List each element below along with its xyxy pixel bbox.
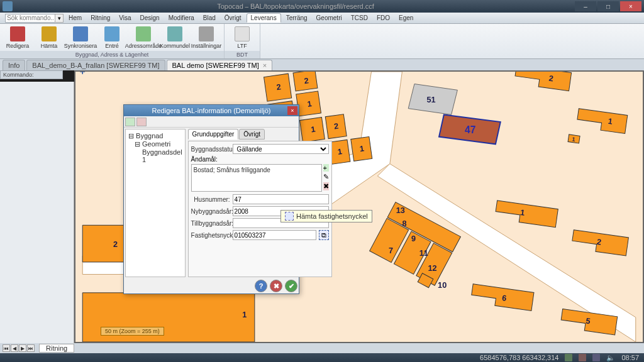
nav-last[interactable]: ⏭ — [27, 344, 35, 352]
svg-text:7: 7 — [389, 246, 393, 255]
svg-text:9: 9 — [411, 234, 416, 243]
status-icon-1[interactable] — [565, 354, 572, 361]
svg-text:2: 2 — [113, 240, 118, 249]
menu-hem[interactable]: Hem — [65, 14, 86, 22]
ribbon-group2-label: BDT — [225, 51, 260, 58]
tab-grunduppgifter[interactable]: Grunduppgifter — [188, 129, 239, 140]
label-nybygg: Nybyggnadsår: — [191, 208, 230, 215]
tab-bal-demo[interactable]: BAL demo [SWEREF99 TM]× — [167, 60, 273, 70]
ribbon-group-label: Byggnad, Adress & Lägenhet — [0, 51, 224, 58]
menu-ritning[interactable]: Ritning — [87, 14, 114, 22]
menu-modifiera[interactable]: Modifiera — [165, 14, 198, 22]
coords-readout: 6584576,783 663432,314 — [480, 354, 558, 361]
tab-ovrigt[interactable]: Övrigt — [239, 129, 265, 140]
bottom-bar: ⏮ ◀ ▶ ⏭ Ritning — [0, 343, 644, 353]
menu-fdo[interactable]: FDO — [373, 14, 394, 22]
dialog-cancel-button[interactable]: ✖ — [270, 280, 282, 292]
bottom-tab-ritning[interactable]: Ritning — [39, 344, 74, 353]
left-panel — [0, 82, 74, 343]
tool-synkronisera[interactable]: Synkronisera — [65, 25, 96, 51]
search-dropdown-icon[interactable]: ▾ — [55, 14, 64, 23]
label-status: Byggnadsstatus: — [191, 146, 230, 153]
tool-kommundel[interactable]: Kommundel — [160, 25, 190, 51]
close-button[interactable]: × — [620, 1, 641, 11]
select-status[interactable]: Gällande — [233, 144, 329, 154]
menu-blad[interactable]: Blad — [199, 14, 219, 22]
edit-bal-dialog: Redigera BAL-information (Demomiljö) × ⊟… — [123, 104, 299, 294]
svg-marker-28 — [576, 109, 628, 134]
nav-next[interactable]: ▶ — [19, 344, 26, 352]
menu-leverans[interactable]: Leverans — [247, 13, 281, 23]
dialog-ok-button[interactable]: ✔ — [285, 280, 297, 292]
tool-adressomrade[interactable]: Adressområde — [128, 25, 158, 51]
label-fastnyckel: Fastighetsnyckel: — [191, 232, 230, 239]
svg-text:11: 11 — [419, 249, 428, 258]
clock: 08:57 — [621, 354, 639, 361]
label-tillbygg: Tillbyggnadsår: — [191, 220, 230, 227]
label-andamal: Ändamål: — [191, 156, 329, 163]
menu-ovrigt[interactable]: Övrigt — [221, 14, 245, 22]
dialog-tree[interactable]: ⊟ Byggnad ⊟ Geometri Byggnadsdel 1 — [125, 129, 186, 277]
svg-marker-44 — [495, 200, 558, 228]
app-logo — [3, 1, 13, 11]
svg-text:51: 51 — [427, 96, 436, 104]
command-search-input[interactable] — [5, 14, 55, 23]
command-label: Kommando: — [0, 70, 63, 79]
tab-bal-frallan[interactable]: BAL_demo_B-A_frallan [SWEREF99 TM] — [26, 60, 165, 70]
dialog-title: Redigera BAL-information (Demomiljö) × — [124, 105, 299, 116]
ribbon: Redigera Hämta Synkronisera Entré Adress… — [0, 24, 644, 59]
tool-redigera[interactable]: Redigera — [3, 25, 33, 51]
status-icon-3[interactable] — [592, 354, 600, 361]
svg-text:1: 1 — [242, 310, 247, 319]
nav-first[interactable]: ⏮ — [3, 344, 10, 352]
menu-egen[interactable]: Egen — [395, 14, 417, 22]
menu-bar: ▾ Hem Ritning Visa Design Modifiera Blad… — [0, 13, 644, 24]
svg-text:10: 10 — [438, 281, 447, 290]
tooltip: Hämta fastighetsnyckel — [280, 210, 372, 222]
svg-marker-26 — [514, 72, 571, 91]
tool-hamta[interactable]: Hämta — [34, 25, 64, 51]
dialog-help-button[interactable]: ? — [255, 280, 267, 292]
menu-visa[interactable]: Visa — [115, 14, 135, 22]
tool-entre[interactable]: Entré — [97, 25, 127, 51]
dialog-close-button[interactable]: × — [287, 106, 297, 115]
scale-bar: 50 m (Zoom = 255 m) — [101, 327, 164, 336]
svg-text:8: 8 — [402, 219, 406, 228]
tool-installningar[interactable]: Inställningar — [191, 25, 221, 51]
andamal-box[interactable]: Bostad; Småhus friliggande — [191, 164, 322, 192]
window-title: Topocad – BAL/topokarta/overvakningsfil/… — [16, 3, 575, 10]
svg-text:47: 47 — [465, 124, 475, 135]
command-search[interactable]: ▾ — [5, 14, 64, 23]
label-husnr: Husnummer: — [191, 196, 230, 203]
input-fastnyckel[interactable] — [233, 230, 316, 240]
menu-design[interactable]: Design — [136, 14, 164, 22]
fetch-fastnyckel-button[interactable]: ⧉ — [319, 230, 329, 240]
andamal-delete-button[interactable]: ✖ — [323, 182, 329, 190]
svg-text:13: 13 — [396, 206, 405, 215]
svg-marker-4 — [82, 225, 125, 262]
input-husnr[interactable] — [233, 194, 329, 204]
status-icon-2[interactable] — [579, 354, 586, 361]
andamal-add-button[interactable]: + — [323, 164, 329, 172]
maximize-button[interactable]: □ — [597, 1, 619, 11]
tooltip-icon — [285, 212, 294, 221]
menu-tcsd[interactable]: TCSD — [347, 14, 372, 22]
tab-info[interactable]: Info — [3, 60, 25, 70]
minimize-button[interactable]: – — [575, 1, 596, 11]
dialog-tool-edit[interactable] — [136, 118, 147, 126]
document-tabs: Info BAL_demo_B-A_frallan [SWEREF99 TM] … — [0, 59, 644, 70]
menu-geometri[interactable]: Geometri — [313, 14, 346, 22]
status-sound-icon[interactable]: 🔈 — [606, 354, 615, 362]
tab-close-icon[interactable]: × — [263, 62, 267, 69]
andamal-edit-button[interactable]: ✎ — [323, 173, 329, 181]
tool-ltf[interactable]: LTF — [227, 25, 257, 51]
nav-prev[interactable]: ◀ — [11, 344, 18, 352]
menu-terrang[interactable]: Terräng — [282, 14, 311, 22]
svg-text:12: 12 — [428, 264, 436, 273]
dialog-tool-add[interactable] — [125, 118, 135, 126]
status-bar: 6584576,783 663432,314 🔈 08:57 — [0, 353, 644, 362]
